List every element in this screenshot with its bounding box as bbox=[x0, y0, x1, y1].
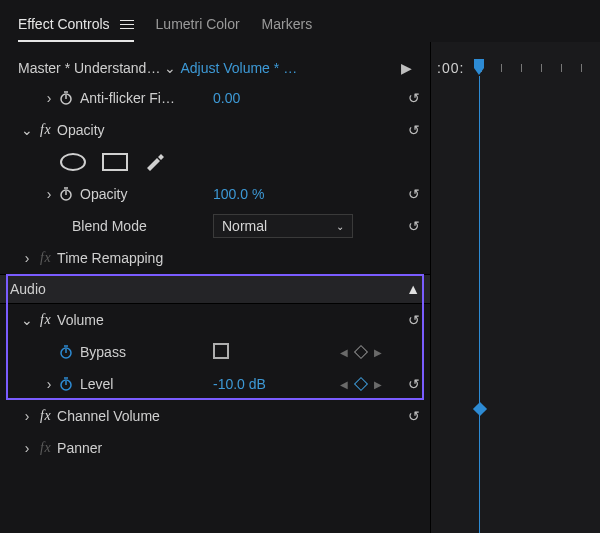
keyframe-marker[interactable] bbox=[473, 402, 487, 416]
sequence-clip-label[interactable]: Adjust Volume * … bbox=[180, 60, 297, 76]
chevron-down-icon[interactable]: ⌄ bbox=[164, 60, 176, 76]
property-level: Level bbox=[80, 376, 113, 392]
property-blend-mode: Blend Mode bbox=[72, 218, 147, 234]
collapse-toggle[interactable]: › bbox=[18, 408, 36, 424]
timeline-pane[interactable]: :00: bbox=[430, 42, 600, 533]
playhead-icon[interactable] bbox=[473, 58, 485, 76]
collapse-toggle[interactable]: › bbox=[18, 440, 36, 456]
property-opacity: Opacity bbox=[80, 186, 127, 202]
fx-badge[interactable]: fx bbox=[40, 440, 51, 456]
pen-mask-icon[interactable] bbox=[144, 151, 164, 174]
fx-badge[interactable]: fx bbox=[40, 312, 51, 328]
fx-badge[interactable]: fx bbox=[40, 122, 51, 138]
reset-icon[interactable]: ↺ bbox=[408, 312, 420, 328]
value-anti-flicker[interactable]: 0.00 bbox=[213, 90, 240, 106]
reset-icon[interactable]: ↺ bbox=[408, 186, 420, 202]
time-ruler[interactable] bbox=[431, 64, 600, 76]
prev-keyframe-icon[interactable]: ◀ bbox=[340, 379, 348, 390]
fx-badge[interactable]: fx bbox=[40, 250, 51, 266]
master-clip-label: Master * Understand… bbox=[18, 60, 160, 76]
property-bypass: Bypass bbox=[80, 344, 126, 360]
add-keyframe-icon[interactable] bbox=[354, 345, 368, 359]
effect-opacity: Opacity bbox=[57, 122, 104, 138]
collapse-toggle[interactable]: › bbox=[40, 376, 58, 392]
collapse-toggle[interactable]: ⌄ bbox=[18, 122, 36, 138]
reset-icon[interactable]: ↺ bbox=[408, 122, 420, 138]
reset-icon[interactable]: ↺ bbox=[408, 218, 420, 234]
stopwatch-icon[interactable] bbox=[58, 90, 74, 106]
stopwatch-icon[interactable] bbox=[58, 344, 74, 360]
stopwatch-icon[interactable] bbox=[58, 376, 74, 392]
tab-markers[interactable]: Markers bbox=[262, 10, 313, 42]
panel-menu-icon[interactable] bbox=[120, 20, 134, 29]
keyframe-nav[interactable]: ◀ ▶ bbox=[340, 347, 382, 358]
effect-panner: Panner bbox=[57, 440, 102, 456]
play-icon[interactable]: ▶ bbox=[401, 60, 412, 76]
next-keyframe-icon[interactable]: ▶ bbox=[374, 347, 382, 358]
collapse-toggle[interactable]: › bbox=[40, 186, 58, 202]
reset-icon[interactable]: ↺ bbox=[408, 408, 420, 424]
chevron-down-icon: ⌄ bbox=[336, 221, 344, 232]
tab-effect-controls[interactable]: Effect Controls bbox=[18, 10, 134, 42]
fx-badge[interactable]: fx bbox=[40, 408, 51, 424]
playhead-line bbox=[479, 76, 480, 533]
collapse-section-icon[interactable]: ▲ bbox=[406, 281, 420, 297]
effect-time-remapping: Time Remapping bbox=[57, 250, 163, 266]
value-opacity[interactable]: 100.0 % bbox=[213, 186, 264, 202]
collapse-toggle[interactable]: ⌄ bbox=[18, 312, 36, 328]
keyframe-nav[interactable]: ◀ ▶ bbox=[340, 379, 382, 390]
add-keyframe-icon[interactable] bbox=[354, 377, 368, 391]
property-anti-flicker: Anti-flicker Fi… bbox=[80, 90, 175, 106]
blend-mode-dropdown[interactable]: Normal ⌄ bbox=[213, 214, 353, 238]
effect-volume: Volume bbox=[57, 312, 104, 328]
effect-channel-volume: Channel Volume bbox=[57, 408, 160, 424]
rectangle-mask-icon[interactable] bbox=[102, 153, 128, 171]
prev-keyframe-icon[interactable]: ◀ bbox=[340, 347, 348, 358]
tab-lumetri-color[interactable]: Lumetri Color bbox=[156, 10, 240, 42]
value-level[interactable]: -10.0 dB bbox=[213, 376, 266, 392]
next-keyframe-icon[interactable]: ▶ bbox=[374, 379, 382, 390]
collapse-toggle[interactable]: › bbox=[18, 250, 36, 266]
stopwatch-icon[interactable] bbox=[58, 186, 74, 202]
bypass-checkbox[interactable] bbox=[213, 343, 229, 362]
section-audio: Audio bbox=[10, 281, 46, 297]
reset-icon[interactable]: ↺ bbox=[408, 376, 420, 392]
tab-label: Effect Controls bbox=[18, 16, 110, 32]
ellipse-mask-icon[interactable] bbox=[60, 153, 86, 171]
reset-icon[interactable]: ↺ bbox=[408, 90, 420, 106]
collapse-toggle[interactable]: › bbox=[40, 90, 58, 106]
